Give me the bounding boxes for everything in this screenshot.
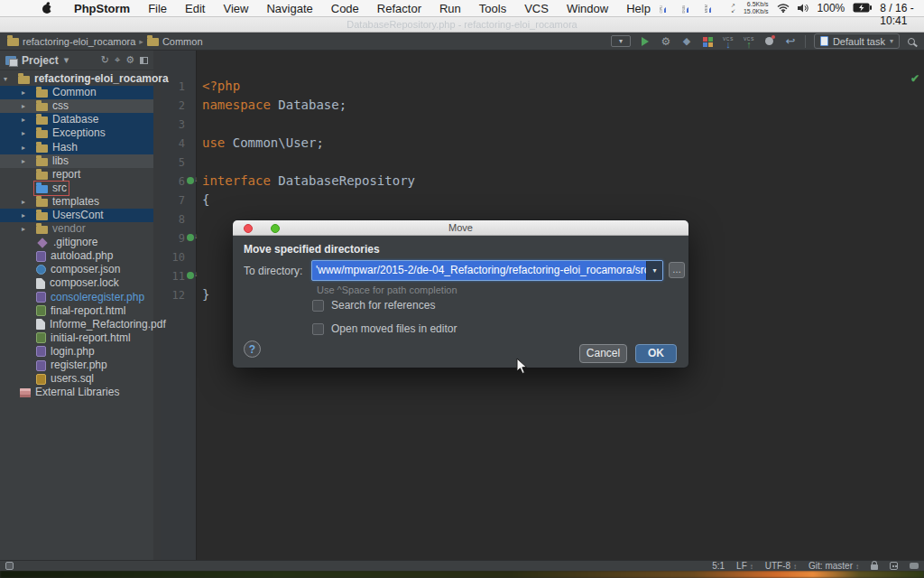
directory-combobox[interactable]: 'www/mpwar/2015-2/de-04_Refactoring/refa… xyxy=(311,260,663,281)
line-number[interactable]: 3 xyxy=(161,118,197,131)
tree-row[interactable]: Informe_Refactoring.pdf xyxy=(0,318,153,331)
wifi-icon[interactable] xyxy=(777,2,790,15)
breadcrumb-item[interactable]: refactoring-eloi_rocamora xyxy=(7,36,135,47)
menu-item[interactable]: Window xyxy=(558,0,617,17)
inspection-status-icon[interactable]: ✔ xyxy=(910,72,919,85)
line-number[interactable]: 10 xyxy=(161,251,197,264)
expand-arrow-icon[interactable]: ▸ xyxy=(22,116,34,124)
combobox-dropdown-icon[interactable]: ▾ xyxy=(646,261,662,280)
expand-arrow-icon[interactable]: ▸ xyxy=(22,225,34,233)
menu-item[interactable]: PhpStorm xyxy=(65,0,139,17)
line-number[interactable]: 7 xyxy=(161,194,197,207)
close-window-icon[interactable] xyxy=(244,224,253,233)
tree-row[interactable]: ▸ Exceptions xyxy=(0,126,153,140)
tree-row[interactable]: ▸ Common xyxy=(0,86,153,99)
status-widget[interactable]: 5:1 xyxy=(712,561,725,571)
tree-row[interactable]: final-report.html xyxy=(0,304,153,318)
volume-icon[interactable] xyxy=(798,2,809,15)
settings-icon[interactable]: ⚙ xyxy=(660,34,672,49)
directory-path-value[interactable]: 'www/mpwar/2015-2/de-04_Refactoring/refa… xyxy=(312,261,646,280)
gear-icon[interactable]: ⚙ xyxy=(125,54,134,66)
run-configuration-dropdown[interactable]: ▾ xyxy=(611,35,631,47)
undo-icon[interactable]: ↩ xyxy=(784,34,797,49)
tree-row[interactable]: ▾ refactoring-eloi_rocamora xyxy=(0,72,153,86)
hide-panel-icon[interactable] xyxy=(140,57,148,64)
line-number[interactable]: 8 xyxy=(161,213,197,226)
ok-button[interactable]: OK xyxy=(635,344,677,363)
tree-row[interactable]: register.php xyxy=(0,359,153,372)
line-number[interactable]: 4 xyxy=(161,137,197,150)
istat-meter[interactable]: DUB xyxy=(682,4,700,13)
tree-row[interactable]: External Libraries xyxy=(0,386,153,399)
method-marker-icon[interactable] xyxy=(187,234,194,241)
tree-row[interactable]: autoload.php xyxy=(0,249,153,263)
status-widget[interactable]: UTF-8 xyxy=(765,561,797,571)
expand-arrow-icon[interactable]: ▸ xyxy=(22,157,34,165)
menu-item[interactable]: Code xyxy=(322,0,368,17)
tree-row[interactable]: ▸ UsersCont xyxy=(0,209,153,222)
menu-bar-clock[interactable]: 2015 / 8 / 16 - 10:41 xyxy=(880,0,917,27)
breadcrumb-item[interactable]: Common xyxy=(147,36,203,47)
line-number[interactable]: 2 xyxy=(161,99,197,112)
tree-row[interactable]: users.sql xyxy=(0,372,153,386)
locate-file-icon[interactable]: ⌖ xyxy=(115,54,120,66)
method-marker-icon[interactable] xyxy=(187,177,194,184)
checkbox-icon[interactable] xyxy=(312,300,324,312)
checkbox-icon[interactable] xyxy=(312,323,324,335)
tree-row[interactable]: ▸ css xyxy=(0,99,153,113)
lamp-icon[interactable] xyxy=(763,34,776,49)
run-button[interactable] xyxy=(639,34,651,49)
expand-arrow-icon[interactable]: ▸ xyxy=(22,198,34,206)
project-structure-icon[interactable]: ◆ xyxy=(680,34,693,49)
line-number[interactable]: 12 xyxy=(161,289,197,302)
menu-item[interactable]: VCS xyxy=(515,0,558,17)
tree-row[interactable]: ▸ vendor xyxy=(0,222,153,236)
vcs-update-button[interactable]: VCS ↓ xyxy=(722,34,735,49)
expand-arrow-icon[interactable]: ▸ xyxy=(22,89,34,97)
status-widget[interactable]: LF xyxy=(736,561,753,571)
expand-arrow-icon[interactable]: ▸ xyxy=(22,102,34,110)
network-speeds[interactable]: 6.5Kb/s 15.0Kb/s xyxy=(744,1,769,15)
tree-row[interactable]: src xyxy=(0,182,153,195)
tree-row[interactable]: composer.lock xyxy=(0,276,153,290)
menu-item[interactable]: Edit xyxy=(176,0,214,17)
apple-menu-icon[interactable] xyxy=(42,2,52,14)
expand-arrow-icon[interactable]: ▸ xyxy=(22,211,34,219)
expand-arrow-icon[interactable]: ▾ xyxy=(4,75,16,83)
tree-row[interactable]: .gitignore xyxy=(0,236,153,249)
tree-row[interactable]: login.php xyxy=(0,345,153,359)
tree-row[interactable]: ▸ Hash xyxy=(0,140,153,154)
event-log-balloon-icon[interactable] xyxy=(910,563,919,569)
help-button[interactable]: ? xyxy=(244,340,261,358)
browse-button[interactable]: … xyxy=(669,262,685,278)
chevron-down-icon[interactable]: ▾ xyxy=(64,54,69,66)
project-panel-title[interactable]: Project xyxy=(22,54,59,67)
tree-row[interactable]: consoleregister.php xyxy=(0,291,153,304)
battery-percent[interactable]: 100% xyxy=(818,2,845,14)
refresh-icon[interactable]: ↻ xyxy=(101,54,109,66)
tree-row[interactable]: ▸ Database xyxy=(0,113,153,126)
search-for-references-checkbox[interactable]: Search for references xyxy=(312,299,435,312)
tree-row[interactable]: ▸ templates xyxy=(0,195,153,209)
istat-meter[interactable]: CPU xyxy=(660,4,678,13)
read-only-lock-icon[interactable] xyxy=(871,564,878,570)
expand-arrow-icon[interactable]: ▸ xyxy=(22,129,34,137)
expand-arrow-icon[interactable]: ▸ xyxy=(22,144,34,152)
battery-icon[interactable] xyxy=(853,2,872,15)
istat-meter[interactable]: MEM xyxy=(705,4,723,13)
line-number[interactable]: 1 xyxy=(161,80,197,93)
line-number[interactable]: 5 xyxy=(161,156,197,169)
changes-view-icon[interactable] xyxy=(701,34,714,49)
zoom-window-icon[interactable] xyxy=(271,224,280,233)
menu-item[interactable]: Tools xyxy=(470,0,515,17)
menu-item[interactable]: Run xyxy=(430,0,470,17)
menu-item[interactable]: View xyxy=(214,0,257,17)
status-widget[interactable]: Git: master xyxy=(808,561,859,571)
menu-item[interactable]: File xyxy=(139,0,176,17)
dialog-title-bar[interactable]: Move xyxy=(233,220,688,236)
menu-item[interactable]: Refactor xyxy=(368,0,430,17)
tree-row[interactable]: ▸ libs xyxy=(0,154,153,168)
default-task-select[interactable]: Default task ▾ xyxy=(814,33,900,49)
tree-row[interactable]: composer.json xyxy=(0,263,153,276)
tree-row[interactable]: initial-report.html xyxy=(0,331,153,345)
